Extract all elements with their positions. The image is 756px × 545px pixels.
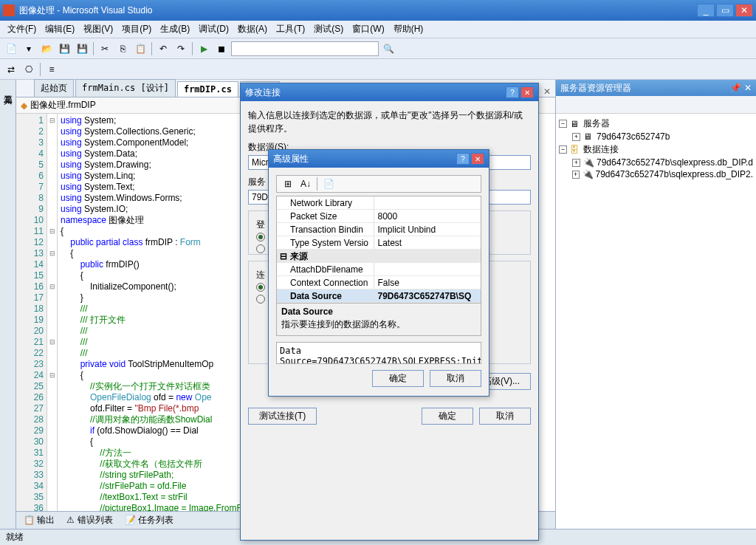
db-icon: 🗄 [570,145,580,155]
menu-item[interactable]: 调试(D) [194,23,233,35]
alphabetical-icon[interactable]: A↓ [298,176,314,192]
expand-icon[interactable]: + [572,159,580,167]
open-icon[interactable]: 📂 [38,41,55,57]
tb2-icon[interactable]: ⇄ [3,61,19,78]
toolbar-2: ⇄ ⎔ ≡ [0,59,756,80]
menu-item[interactable]: 窗口(W) [348,23,388,35]
menu-item[interactable]: 工具(T) [272,23,309,35]
close-tab-icon[interactable]: ✕ [539,86,555,97]
window-title: 图像处理 - Microsoft Visual Studio [19,4,695,17]
menu-item[interactable]: 测试(S) [309,23,348,35]
bottom-tab[interactable]: 📋 输出 [19,513,59,528]
expand-icon[interactable]: + [572,171,580,179]
tree-server-node[interactable]: + 🖥 79d6473c652747b [559,131,753,143]
close-button[interactable]: ✕ [471,153,484,165]
save-icon[interactable]: 💾 [56,41,72,57]
menu-item[interactable]: 视图(V) [79,23,117,35]
close-button[interactable]: ✕ [735,4,753,17]
fold-column[interactable]: ⊟⊟⊟⊟⊟⊟ [47,114,58,511]
window-title-bar: 图像处理 - Microsoft Visual Studio _ ▭ ✕ [0,0,756,21]
ok-button[interactable]: 确定 [422,408,473,425]
db-conn-icon: 🔌 [583,157,594,168]
connection-string-display: Data Source=79D6473C652747B\SQLEXPRESS;I… [276,342,481,364]
help-button[interactable]: ? [456,153,470,165]
start-debug-icon[interactable]: ▶ [196,41,212,57]
collapse-icon[interactable]: − [559,120,567,128]
menu-item[interactable]: 项目(P) [117,23,156,35]
dialog-title-bar[interactable]: 修改连接 ? ✕ [241,83,538,101]
property-row[interactable]: Context ConnectionFalse [277,276,481,289]
bottom-tab[interactable]: 📝 任务列表 [120,513,178,528]
property-row[interactable]: AttachDbFilename [277,263,481,276]
redo-icon[interactable]: ↷ [173,41,189,57]
menu-bar: 文件(F)编辑(E)视图(V)项目(P)生成(B)调试(D)数据(A)工具(T)… [0,21,756,38]
collapse-icon[interactable]: − [559,145,567,154]
prop-page-icon[interactable]: 📄 [320,176,337,192]
status-text: 就绪 [6,531,24,544]
copy-icon[interactable]: ⎘ [114,41,131,57]
server-explorer-toolbar [556,96,756,114]
menu-item[interactable]: 帮助(H) [389,23,428,35]
property-grid[interactable]: Network LibraryPacket Size8000Transactio… [276,196,481,304]
dialog-title: 修改连接 [245,86,504,99]
pin-icon[interactable]: 📌 [730,83,741,93]
expand-icon[interactable]: + [572,133,580,141]
app-icon [3,4,15,16]
new-project-icon[interactable]: 📄 [3,41,19,57]
property-row[interactable]: Type System VersioLatest [277,236,481,250]
server-explorer-title: 服务器资源管理器 📌 ✕ [556,80,756,96]
undo-icon[interactable]: ↶ [155,41,171,57]
save-all-icon[interactable]: 💾 [74,41,90,57]
property-toolbar: ⊞ A↓ 📄 [276,175,481,193]
server-icon: 🖥 [570,119,580,129]
left-dock-tab[interactable]: 工具箱 [0,86,16,529]
property-row[interactable]: Data Source79D6473C652747B\SQ [277,289,481,303]
menu-item[interactable]: 生成(B) [156,23,194,35]
cancel-button[interactable]: 取消 [430,370,481,387]
file-tab[interactable]: frmMain.cs [设计] [75,79,176,97]
cut-icon[interactable]: ✂ [97,41,113,57]
tree-servers-root[interactable]: − 🖥 服务器 [559,117,753,131]
dialog-description: 输入信息以连接到选定的数据源，或单击"更改"选择另一个数据源和/或提供程序。 [248,109,531,135]
property-description: Data Source 指示要连接到的数据源的名称。 [276,304,481,336]
menu-item[interactable]: 文件(F) [3,23,41,35]
add-item-icon[interactable]: ▾ [21,41,37,57]
config-dropdown[interactable] [231,41,379,56]
tb2-icon3[interactable]: ≡ [44,61,60,78]
file-tab[interactable]: 起始页 [34,79,74,97]
maximize-button[interactable]: ▭ [716,4,734,17]
left-tool-strip: 工具箱CSS 属性管理样式 [0,80,16,529]
close-button[interactable]: ✕ [520,86,534,98]
categorized-icon[interactable]: ⊞ [280,176,296,192]
menu-item[interactable]: 数据(A) [233,23,272,35]
property-row[interactable]: Transaction BindinImplicit Unbind [277,223,481,236]
property-row[interactable]: Packet Size8000 [277,210,481,223]
help-button[interactable]: ? [506,86,519,98]
property-category[interactable]: ⊟ 来源 [277,250,481,263]
tree-connection-node[interactable]: + 🔌 79d6473c652747b\sqlexpress.db_DIP.d [559,157,753,168]
panel-close-icon[interactable]: ✕ [744,83,752,93]
property-row[interactable]: Network Library [277,196,481,210]
toolbar-1: 📄 ▾ 📂 💾 💾 ✂ ⎘ 📋 ↶ ↷ ▶ ◼ 🔍 [0,38,756,59]
minimize-button[interactable]: _ [697,4,715,17]
server-tree[interactable]: − 🖥 服务器 + 🖥 79d6473c652747b − 🗄 数据连接 + 🔌… [556,114,756,529]
dialog-title-bar[interactable]: 高级属性 ? ✕ [269,150,489,168]
server-explorer-panel: 服务器资源管理器 📌 ✕ − 🖥 服务器 + 🖥 79d6473c652747b… [555,80,756,529]
cancel-button[interactable]: 取消 [479,408,531,425]
test-connection-button[interactable]: 测试连接(T) [248,408,317,425]
dialog-title: 高级属性 [273,153,455,165]
menu-item[interactable]: 编辑(E) [41,23,79,35]
file-tab[interactable]: frmDIP.cs [177,81,238,97]
paste-icon[interactable]: 📋 [132,41,148,57]
stop-debug-icon[interactable]: ◼ [213,41,230,57]
class-icon: ◆ [21,100,27,111]
server-icon: 🖥 [583,131,594,142]
ok-button[interactable]: 确定 [372,370,424,387]
find-icon[interactable]: 🔍 [380,41,396,57]
tb2-icon2[interactable]: ⎔ [21,61,37,78]
advanced-properties-dialog: 高级属性 ? ✕ ⊞ A↓ 📄 Network LibraryPacket Si… [268,149,489,397]
tree-connection-node[interactable]: + 🔌 79d6473c652747b\sqlexpress.db_DIP2. [559,168,753,180]
line-number-gutter: 1234567891011121314151617181920212223242… [16,114,47,511]
bottom-tab[interactable]: ⚠ 错误列表 [62,513,117,528]
tree-connections-root[interactable]: − 🗄 数据连接 [559,143,753,157]
